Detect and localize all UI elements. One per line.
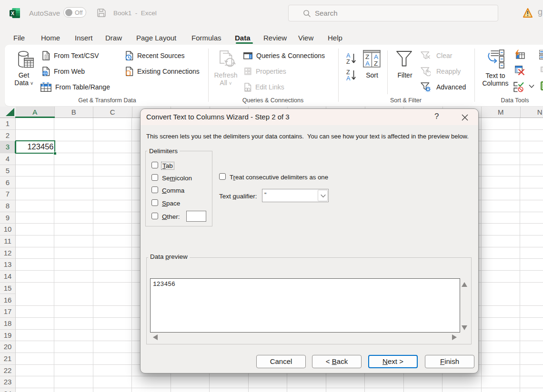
svg-text:A: A: [374, 53, 378, 60]
svg-text:Z: Z: [365, 53, 369, 60]
svg-text:A: A: [365, 60, 370, 67]
svg-text:A: A: [346, 75, 351, 81]
svg-text:Z: Z: [346, 59, 350, 65]
svg-text:Z: Z: [374, 60, 378, 67]
svg-text:Z: Z: [346, 69, 350, 76]
svg-text:A: A: [346, 52, 351, 59]
